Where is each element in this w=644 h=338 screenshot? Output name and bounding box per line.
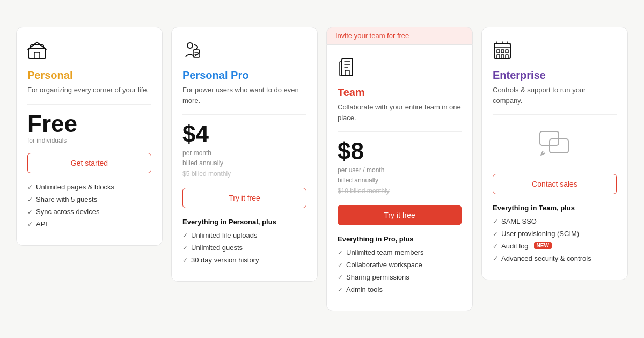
team-feature-list: ✓Unlimited team members ✓Collaborative w…	[338, 248, 462, 293]
list-item: ✓User provisioning (SCIM)	[493, 230, 617, 238]
price-amount-team: $8	[338, 139, 462, 163]
price-block-personal-pro: $4 per month billed annually $5 billed m…	[182, 122, 306, 179]
list-item: ✓API	[27, 220, 151, 228]
enterprise-feature-list: ✓SAML SSO ✓User provisioning (SCIM) ✓Aud…	[493, 217, 617, 262]
enterprise-cta-button[interactable]: Contact sales	[493, 174, 617, 194]
plan-desc-enterprise: Controls & support to run your company.	[493, 85, 617, 106]
features-header-enterprise: Everything in Team, plus	[493, 204, 617, 212]
plan-desc-personal-pro: For power users who want to do even more…	[182, 85, 306, 106]
plan-desc-team: Collaborate with your entire team in one…	[338, 102, 462, 123]
svg-rect-9	[501, 50, 504, 53]
list-item: ✓Audit logNEW	[493, 242, 617, 250]
check-icon: ✓	[27, 208, 33, 216]
check-icon: ✓	[493, 255, 498, 262]
list-item: ✓Admin tools	[338, 285, 462, 293]
check-icon: ✓	[338, 249, 343, 256]
chat-icon	[539, 130, 571, 157]
price-free-sub: for individuals	[27, 137, 151, 144]
personal-icon	[27, 40, 151, 64]
price-block-team: $8 per user / month billed annually $10 …	[338, 139, 462, 196]
list-item: ✓Share with 5 guests	[27, 195, 151, 203]
list-item: ✓Unlimited pages & blocks	[27, 183, 151, 191]
enterprise-icon	[493, 40, 617, 64]
check-icon: ✓	[182, 244, 188, 252]
svg-rect-11	[497, 55, 500, 58]
plan-desc-personal: For organizing every corner of your life…	[27, 85, 151, 95]
plan-card-team: Team Collaborate with your entire team i…	[326, 44, 473, 311]
promo-banner: Invite your team for free	[326, 27, 473, 44]
list-item: ✓Collaborative workspace	[338, 261, 462, 269]
plan-card-personal: Personal For organizing every corner of …	[16, 27, 163, 246]
plan-name-team: Team	[338, 86, 462, 99]
team-cta-button[interactable]: Try it free	[338, 205, 462, 225]
team-icon	[338, 57, 462, 81]
list-item: ✓Unlimited file uploads	[182, 231, 306, 239]
check-icon: ✓	[338, 286, 343, 293]
plan-name-personal: Personal	[27, 69, 151, 82]
price-sub-team: per user / month billed annually $10 bil…	[338, 165, 462, 196]
svg-rect-1	[34, 52, 40, 58]
personal-cta-button[interactable]: Get started	[27, 153, 151, 173]
svg-rect-10	[506, 50, 508, 53]
pricing-grid: Personal For organizing every corner of …	[16, 27, 628, 311]
price-sub-personal-pro: per month billed annually $5 billed mont…	[182, 148, 306, 179]
plan-card-enterprise: Enterprise Controls & support to run you…	[481, 27, 628, 280]
list-item: ✓30 day version history	[182, 256, 306, 264]
list-item: ✓Sync across devices	[27, 208, 151, 216]
check-icon: ✓	[338, 274, 343, 281]
check-icon: ✓	[493, 218, 498, 225]
list-item: ✓Unlimited team members	[338, 248, 462, 256]
check-icon: ✓	[182, 256, 188, 264]
svg-rect-12	[501, 55, 504, 58]
check-icon: ✓	[27, 196, 33, 203]
svg-rect-8	[497, 50, 500, 53]
personal-pro-feature-list: ✓Unlimited file uploads ✓Unlimited guest…	[182, 231, 306, 264]
svg-rect-13	[506, 55, 508, 58]
features-header-team: Everything in Pro, plus	[338, 235, 462, 243]
new-badge: NEW	[534, 242, 552, 249]
plan-card-wrapper-team: Invite your team for free Team Collabora…	[326, 27, 473, 311]
svg-rect-0	[28, 49, 46, 58]
personal-pro-cta-button[interactable]: Try it free	[182, 188, 306, 208]
plan-name-personal-pro: Personal Pro	[182, 69, 306, 82]
price-block-enterprise	[493, 122, 617, 165]
price-block-personal: Free for individuals	[27, 112, 151, 144]
price-free: Free	[27, 112, 151, 136]
check-icon: ✓	[27, 221, 33, 228]
svg-rect-5	[345, 70, 349, 76]
svg-point-2	[187, 43, 193, 48]
list-item: ✓Unlimited guests	[182, 244, 306, 252]
list-item: ✓SAML SSO	[493, 217, 617, 225]
check-icon: ✓	[27, 183, 33, 191]
svg-rect-6	[340, 62, 342, 76]
personal-pro-icon	[182, 40, 306, 64]
list-item: ✓Advanced security & controls	[493, 254, 617, 262]
personal-feature-list: ✓Unlimited pages & blocks ✓Share with 5 …	[27, 183, 151, 228]
price-amount-personal-pro: $4	[182, 122, 306, 146]
list-item: ✓Sharing permissions	[338, 273, 462, 281]
check-icon: ✓	[338, 261, 343, 269]
plan-card-personal-pro: Personal Pro For power users who want to…	[171, 27, 318, 282]
check-icon: ✓	[182, 232, 188, 239]
plan-name-enterprise: Enterprise	[493, 69, 617, 82]
check-icon: ✓	[493, 230, 498, 238]
features-header-personal-pro: Everything in Personal, plus	[182, 218, 306, 226]
check-icon: ✓	[493, 243, 498, 250]
